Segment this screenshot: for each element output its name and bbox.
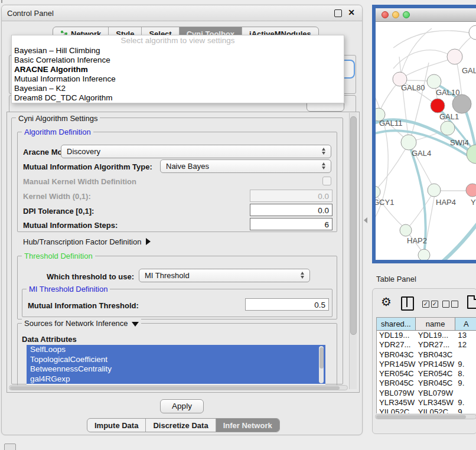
network-edge[interactable] — [407, 191, 434, 229]
which-threshold-select[interactable]: MI Threshold — [139, 269, 310, 282]
attribute-item[interactable]: gal4RGexp — [27, 374, 325, 384]
table-row[interactable]: YDR27...YDR27...12 — [377, 340, 476, 350]
close-traffic-light-icon[interactable] — [382, 11, 389, 18]
popup-prompt: Select algorithm to view settings — [12, 35, 344, 46]
algorithm-dropdown-popup: Select algorithm to view settings Bayesi… — [11, 35, 344, 103]
table-hscrollbar-thumb[interactable] — [376, 415, 466, 419]
node-swi4-label: SWI4 — [450, 138, 469, 147]
node-gcy1[interactable] — [376, 186, 380, 198]
zoom-traffic-light-icon[interactable] — [403, 11, 410, 18]
node-gal4[interactable] — [401, 135, 416, 150]
collapse-down-icon[interactable] — [132, 322, 139, 327]
table-row[interactable]: YIL052CYIL052C9. — [377, 407, 476, 413]
aracne-mode-select[interactable]: Discovery — [61, 145, 331, 158]
file-icon[interactable] — [467, 295, 476, 309]
close-icon[interactable]: ✕ — [348, 8, 355, 17]
minimize-traffic-light-icon[interactable] — [392, 11, 399, 18]
node-gal1-green[interactable] — [441, 121, 455, 135]
column-header[interactable]: A — [455, 318, 476, 330]
table-header-row: shared...nameA — [377, 318, 476, 331]
manual-kernel-checkbox[interactable] — [322, 177, 331, 185]
table-cell: 9. — [455, 398, 476, 407]
node-salmon[interactable] — [466, 184, 476, 197]
minimized-panel-grip[interactable] — [4, 444, 16, 450]
data-attributes-list[interactable]: SelfLoopsTopologicalCoefficientBetweenne… — [27, 345, 325, 384]
node-gal1-red[interactable] — [431, 99, 445, 113]
network-edge[interactable] — [376, 144, 409, 191]
network-edge[interactable] — [410, 63, 429, 141]
table-row[interactable]: YPR145WYPR145W9. — [377, 360, 476, 369]
tab-impute-data[interactable]: Impute Data — [87, 419, 146, 432]
node-bottom-partial[interactable] — [418, 249, 430, 260]
algorithm-option[interactable]: Bayesian – Hill Climbing — [12, 46, 344, 56]
node-gray[interactable] — [452, 94, 471, 113]
network-edge[interactable] — [393, 50, 455, 69]
table-row[interactable]: YBR045CYBR045C9. — [377, 379, 476, 388]
settings-hscrollbar-thumb[interactable] — [10, 386, 340, 390]
hub-definition-toggle[interactable]: Hub/Transcription Factor Definition — [23, 237, 151, 246]
table-row[interactable]: YLR345WYLR345W9. — [377, 398, 476, 407]
split-pane-collapse-icon[interactable] — [364, 217, 367, 223]
mi-threshold-label: Mutual Information Threshold: — [28, 301, 139, 310]
table-cell: YLR345W — [377, 398, 416, 407]
stepper-arrows-icon — [322, 162, 325, 169]
algorithm-option[interactable]: Dream8 DC_TDC Algorithm — [12, 93, 344, 103]
table-cell: YBR045C — [416, 379, 456, 388]
float-window-icon[interactable] — [334, 9, 342, 17]
algorithm-option[interactable]: Basic Correlation Inference — [12, 56, 344, 65]
unchecked-columns-icon[interactable] — [442, 301, 458, 308]
table-cell: YIL052C — [377, 407, 416, 413]
column-header[interactable]: name — [416, 318, 456, 330]
network-window-titlebar[interactable] — [376, 8, 476, 22]
table-cell — [455, 389, 476, 398]
node-table[interactable]: shared...nameA YDL19...YDL19...13YDR27..… — [376, 317, 476, 413]
attributes-scrollbar-thumb[interactable] — [319, 347, 324, 369]
mi-steps-field[interactable]: 6 — [250, 218, 332, 230]
settings-hscrollbar-track[interactable] — [9, 385, 348, 390]
network-edge[interactable] — [393, 31, 476, 48]
algorithm-option[interactable]: Mutual Information Inference — [12, 74, 344, 84]
tab-infer-network[interactable]: Infer Network — [216, 419, 279, 432]
kernel-width-field: 0.0 — [250, 190, 332, 202]
node-gcy1-label: GCY1 — [376, 198, 394, 207]
mi-threshold-field[interactable]: 0.5 — [245, 298, 329, 311]
expand-right-icon — [146, 238, 151, 245]
network-edge[interactable] — [399, 57, 409, 141]
column-header[interactable]: shared... — [377, 318, 416, 330]
sources-legend-text: Sources for Network Inference — [24, 319, 128, 328]
tab-discretize-data[interactable]: Discretize Data — [146, 419, 216, 432]
dpi-tolerance-label: DPI Tolerance [0,1]: — [23, 207, 94, 216]
attribute-item[interactable]: BetweennessCentrality — [27, 364, 325, 374]
table-cell: YER054C — [416, 369, 456, 379]
node-gal10[interactable] — [427, 74, 441, 89]
table-row[interactable]: YDL19...YDL19...13 — [377, 331, 476, 340]
table-row[interactable]: YBL079WYBL079W — [377, 389, 476, 398]
table-row[interactable]: YER054CYER054C8. — [377, 369, 476, 379]
network-canvas[interactable]: GAL7GAL80GAL10GAL1GAL11GAL4SWI4GCY1HAP4Y… — [376, 21, 476, 260]
attribute-item[interactable]: SelfLoops — [27, 345, 325, 355]
apply-button[interactable]: Apply — [160, 399, 204, 413]
algorithm-option[interactable]: ARACNE Algorithm — [12, 65, 344, 74]
dpi-tolerance-field[interactable]: 0.0 — [250, 204, 332, 216]
table-row[interactable]: YBR043CYBR043C — [377, 350, 476, 360]
attribute-item[interactable]: TopologicalCoefficient — [27, 355, 325, 365]
checked-columns-icon[interactable]: ✓✓ — [422, 301, 438, 308]
settings-scrollbar-thumb[interactable] — [350, 116, 357, 335]
node-hap4[interactable] — [428, 184, 441, 197]
node-swi4[interactable] — [467, 145, 476, 164]
table-cell — [455, 350, 476, 360]
algorithm-option[interactable]: Bayesian – K2 — [12, 84, 344, 93]
table-hscrollbar-track[interactable] — [375, 414, 476, 419]
node-gal1-red-label: GAL1 — [439, 112, 459, 121]
node-gal7[interactable] — [447, 49, 462, 64]
split-view-icon[interactable] — [401, 296, 414, 311]
control-panel-title: Control Panel — [7, 9, 54, 18]
mi-algorithm-type-value: Naive Bayes — [166, 162, 209, 171]
mi-algorithm-type-select[interactable]: Naive Bayes — [160, 159, 331, 173]
node-hap2[interactable] — [400, 224, 412, 236]
table-cell: YLR345W — [416, 398, 456, 407]
network-edge[interactable] — [376, 131, 476, 164]
node-top-partial[interactable] — [469, 25, 476, 40]
control-panel-titlebar: Control Panel ✕ — [2, 5, 362, 21]
gear-icon[interactable]: ⚙ — [381, 296, 392, 308]
